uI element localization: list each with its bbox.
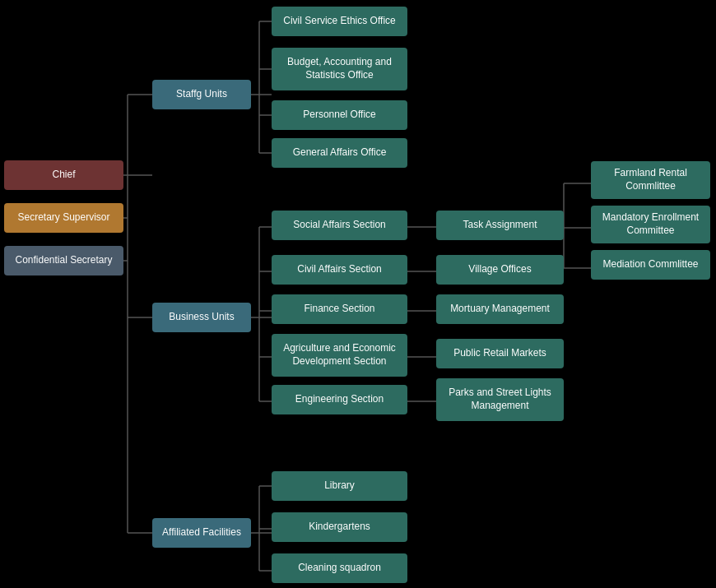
cleaning-node: Cleaning squadron [272,553,407,583]
village-offices-node: Village Offices [436,255,564,285]
public-retail-node: Public Retail Markets [436,339,564,368]
agriculture-node: Agriculture and Economic Development Sec… [272,334,407,377]
finance-node: Finance Section [272,294,407,324]
engineering-node: Engineering Section [272,385,407,414]
affiliated-node: Affiliated Facilities [152,518,251,548]
social-affairs-node: Social Affairs Section [272,211,407,240]
civil-service-ethics-node: Civil Service Ethics Office [272,7,407,36]
confidential-node: Confidential Secretary [4,246,123,275]
mediation-node: Mediation Commlittee [591,250,710,280]
library-node: Library [272,471,407,501]
personnel-node: Personnel Office [272,100,407,130]
org-chart: Chief Secretary Supervisor Confidential … [0,0,716,588]
budget-accounting-node: Budget, Accounting and Statistics Office [272,48,407,90]
business-node: Business Units [152,303,251,332]
parks-node: Parks and Street Lights Management [436,378,564,421]
mortuary-node: Mortuary Management [436,294,564,324]
farmland-node: Farmland Rental Commlittee [591,161,710,199]
kindergartens-node: Kindergartens [272,512,407,542]
staffg-node: Staffg Units [152,80,251,109]
civil-affairs-node: Civil Affairs Section [272,255,407,285]
secretary-node: Secretary Supervisor [4,203,123,233]
chief-node: Chief [4,160,123,190]
task-assignment-node: Task Assignment [436,211,564,240]
general-affairs-node: General Affairs Office [272,138,407,168]
mandatory-enrollment-node: Mandatory Enrollment Committee [591,206,710,243]
